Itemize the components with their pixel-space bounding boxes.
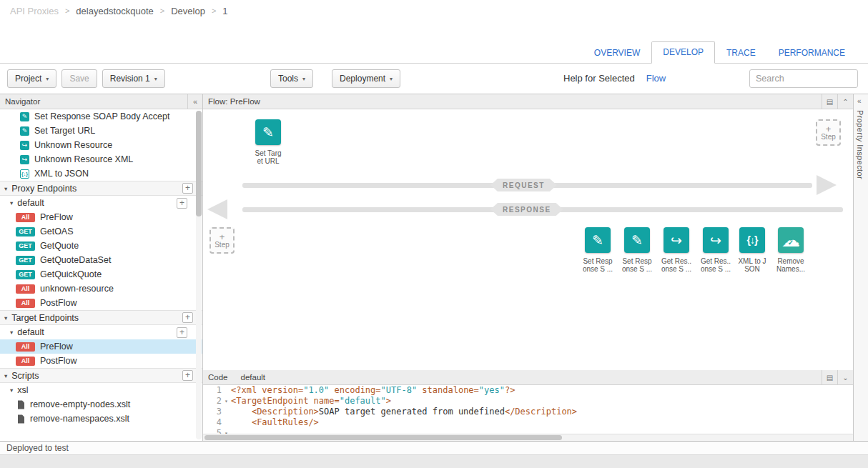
add-request-step-button[interactable]: + Step	[816, 119, 841, 146]
deployment-menu-button[interactable]: Deployment ▾	[332, 69, 400, 88]
expand-inspector-icon[interactable]: «	[857, 97, 862, 105]
add-script-button[interactable]: +	[182, 370, 193, 381]
add-response-step-button[interactable]: + Step	[209, 227, 235, 254]
scripts-group-xsl[interactable]: ▾ xsl	[0, 383, 202, 397]
flow-step-xml-to-json: {↓} XML to J SON	[733, 227, 771, 273]
toolbar: Project ▾ Save Revision 1 ▾ Tools ▾ Depl…	[0, 64, 868, 94]
proxy-flow-getquotedataset[interactable]: GET GetQuoteDataSet	[0, 253, 202, 267]
policy-label: Unknown Resource XML	[34, 154, 133, 164]
flow-label: PreFlow	[40, 212, 73, 222]
step-label: Set Resp onse S ...	[618, 257, 656, 273]
code-line: 3 <Description>SOAP target generated fro…	[203, 407, 853, 417]
cloud-check-step-icon[interactable]: ☁ ✓	[778, 227, 804, 253]
collapse-panel-icon[interactable]: ⌄	[837, 370, 853, 384]
search-box	[749, 69, 858, 88]
code-tab-default[interactable]: default	[241, 373, 266, 382]
flow-step-get-response-1: ↪ Get Res.. onse S ...	[657, 227, 696, 273]
panel-layout-icon[interactable]: ▤	[822, 94, 837, 109]
collapse-panel-icon[interactable]: ⌃	[837, 94, 853, 109]
policy-item-set-response-soap-body-accept[interactable]: ✎ Set Response SOAP Body Accept	[0, 109, 202, 124]
proxy-flow-getquickquote[interactable]: GET GetQuickQuote	[0, 267, 202, 282]
script-file-remove-namespaces[interactable]: remove-namespaces.xslt	[0, 412, 202, 426]
fold-caret-icon[interactable]: ▾	[222, 396, 231, 407]
breadcrumb: API Proxies > delayedstockquote > Develo…	[0, 0, 868, 21]
proxy-flow-unknown-resource[interactable]: All unknown-resource	[0, 282, 202, 296]
revision-menu-button[interactable]: Revision 1 ▾	[102, 69, 165, 88]
breadcrumb-develop[interactable]: Develop	[171, 6, 205, 16]
collapse-navigator-icon[interactable]: «	[187, 94, 202, 109]
add-proxy-endpoint-button[interactable]: +	[182, 183, 193, 194]
toolbar-mid-group: Tools ▾ Deployment ▾	[270, 69, 400, 88]
callout-step-icon[interactable]: ↪	[664, 227, 689, 253]
code-scrollbar-thumb[interactable]	[204, 435, 562, 440]
caret-down-icon: ▾	[10, 329, 13, 336]
add-target-endpoint-button[interactable]: +	[182, 312, 193, 323]
tab-develop[interactable]: DEVELOP	[651, 41, 715, 64]
caret-down-icon: ▾	[4, 372, 7, 379]
line-number: 2	[203, 396, 222, 407]
flow-title: Flow: PreFlow	[208, 97, 260, 106]
policy-item-set-target-url[interactable]: ✎ Set Target URL	[0, 124, 202, 138]
chevron-down-icon: ▾	[302, 76, 305, 82]
breadcrumb-separator: >	[65, 6, 69, 15]
target-flow-postflow[interactable]: All PostFlow	[0, 354, 202, 368]
search-input[interactable]	[749, 69, 858, 88]
code-editor[interactable]: 1<?xml version="1.0" encoding="UTF-8" st…	[203, 385, 853, 434]
code-horizontal-scrollbar[interactable]	[203, 434, 853, 441]
pencil-icon: ✎	[631, 232, 643, 249]
code-title: Code	[208, 373, 228, 382]
policy-item-xml-to-json[interactable]: {↓} XML to JSON	[0, 166, 202, 181]
tab-overview[interactable]: OVERVIEW	[583, 42, 651, 64]
proxy-flow-preflow[interactable]: All PreFlow	[0, 210, 202, 224]
tools-menu-button[interactable]: Tools ▾	[270, 69, 313, 88]
flow-canvas: ✎ Set Targ et URL + Step REQUEST	[203, 109, 853, 370]
navigator-scrollbar[interactable]	[196, 111, 202, 439]
assign-message-icon: ✎	[20, 126, 29, 136]
target-endpoint-default[interactable]: ▾ default +	[0, 325, 202, 339]
project-menu-button[interactable]: Project ▾	[7, 69, 56, 88]
verb-badge: All	[16, 299, 35, 308]
policy-label: Unknown Resource	[34, 140, 112, 150]
help-flow-link[interactable]: Flow	[646, 73, 666, 84]
xml-to-json-step-icon[interactable]: {↓}	[739, 227, 765, 253]
breadcrumb-api-proxies[interactable]: API Proxies	[10, 6, 59, 16]
navigator-tree: ✎ Set Response SOAP Body Accept ✎ Set Ta…	[0, 109, 202, 441]
tab-trace[interactable]: TRACE	[715, 42, 767, 64]
add-flow-button[interactable]: +	[177, 198, 187, 209]
assign-message-step-icon[interactable]: ✎	[585, 227, 611, 253]
section-scripts[interactable]: ▾ Scripts +	[0, 368, 202, 383]
braces-icon: {↓}	[747, 234, 758, 246]
flow-step-set-target-url: ✎ Set Targ et URL	[249, 119, 287, 165]
script-file-remove-empty-nodes[interactable]: remove-empty-nodes.xslt	[0, 397, 202, 412]
policy-item-unknown-resource-xml[interactable]: ↪ Unknown Resource XML	[0, 152, 202, 166]
file-icon	[17, 400, 25, 409]
breadcrumb-proxy-name[interactable]: delayedstockquote	[76, 6, 153, 16]
verb-badge: All	[16, 357, 35, 366]
fold-caret-icon[interactable]: ▾	[222, 428, 231, 434]
window-bottom-strip	[0, 454, 868, 468]
property-inspector-strip[interactable]: « Property Inspector	[853, 94, 868, 441]
save-button[interactable]: Save	[61, 69, 97, 88]
flow-label: PostFlow	[40, 298, 77, 308]
plus-icon: +	[826, 125, 832, 133]
endpoint-label: default	[17, 327, 44, 337]
section-target-endpoints[interactable]: ▾ Target Endpoints +	[0, 310, 202, 325]
callout-step-icon[interactable]: ↪	[703, 227, 729, 253]
breadcrumb-revision[interactable]: 1	[222, 6, 227, 16]
proxy-flow-getoas[interactable]: GET GetOAS	[0, 224, 202, 239]
flow-step-remove-namespaces: ☁ ✓ Remove Names...	[771, 227, 810, 273]
policy-item-unknown-resource[interactable]: ↪ Unknown Resource	[0, 138, 202, 152]
assign-message-step-icon[interactable]: ✎	[255, 119, 281, 145]
caret-down-icon: ▾	[4, 185, 7, 192]
proxy-flow-postflow[interactable]: All PostFlow	[0, 296, 202, 310]
tab-performance[interactable]: PERFORMANCE	[767, 42, 857, 64]
navigator-scrollbar-thumb[interactable]	[196, 111, 202, 216]
verb-badge: All	[16, 342, 35, 352]
add-flow-button[interactable]: +	[177, 327, 187, 338]
target-flow-preflow[interactable]: All PreFlow	[0, 339, 202, 354]
assign-message-step-icon[interactable]: ✎	[624, 227, 650, 253]
panel-layout-icon[interactable]: ▤	[822, 370, 837, 384]
section-proxy-endpoints[interactable]: ▾ Proxy Endpoints +	[0, 181, 202, 196]
proxy-flow-getquote[interactable]: GET GetQuote	[0, 239, 202, 253]
proxy-endpoint-default[interactable]: ▾ default +	[0, 196, 202, 210]
